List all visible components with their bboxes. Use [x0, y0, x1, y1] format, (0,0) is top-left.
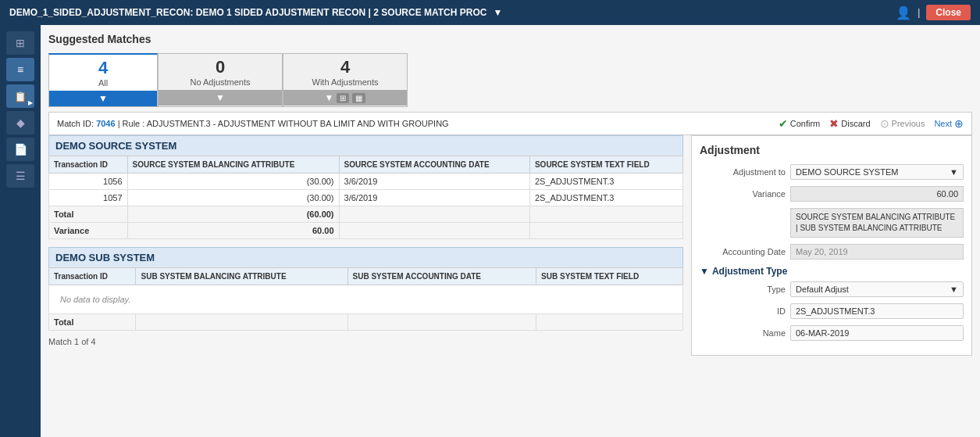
tab-no-adj-label: No Adjustments	[165, 77, 276, 87]
close-button[interactable]: Close	[926, 5, 971, 20]
source-total-row: Total (60.00)	[49, 206, 683, 223]
dropdown-arrow-icon[interactable]: ▼	[493, 7, 502, 18]
name-label: Name	[700, 328, 786, 338]
source-variance-row: Variance 60.00	[49, 223, 683, 239]
source-variance-value: 60.00	[127, 223, 339, 239]
variance-value: 60.00	[790, 186, 964, 202]
source-variance-empty1	[339, 223, 529, 239]
type-label: Type	[700, 285, 786, 294]
tab-with-adj[interactable]: 4 With Adjustments ▼ ⊞ ▦	[283, 53, 408, 107]
name-value: 06-MAR-2019	[790, 325, 964, 341]
sub-total-empty1	[136, 314, 347, 331]
match-id-label: Match ID:	[57, 119, 96, 128]
tab-all-arrow[interactable]: ▼	[49, 91, 157, 106]
discard-button[interactable]: ✖ Discard	[829, 117, 870, 130]
top-bar: DEMO_1_SIDED_ADJUSTMENT_RECON: DEMO 1 SI…	[0, 0, 980, 25]
prev-circle-icon: ⊙	[880, 117, 889, 130]
top-bar-title-area: DEMO_1_SIDED_ADJUSTMENT_RECON: DEMO 1 SI…	[9, 7, 502, 18]
source-row-2: 1057 (30.00) 3/6/2019 2S_ADJUSTMENT.3	[49, 190, 683, 206]
type-select[interactable]: Default Adjust ▼	[790, 281, 964, 297]
sidebar-icon-doc[interactable]: 📄	[6, 138, 34, 161]
discard-label: Discard	[841, 119, 870, 128]
tab-with-adj-count: 4	[290, 57, 401, 77]
divider: |	[918, 7, 920, 18]
source-r1-bal: (30.00)	[127, 174, 339, 190]
match-info-bar: Match ID: 7046 | Rule : ADJUSTMENT.3 - A…	[48, 112, 972, 135]
tab-no-adj-arrow[interactable]: ▼	[159, 90, 282, 106]
confirm-label: Confirm	[790, 119, 821, 128]
sidebar-icon-form[interactable]: 📋 ▶	[6, 84, 34, 108]
accounting-date-label: Accounting Date	[700, 247, 786, 256]
confirm-button[interactable]: ✔ Confirm	[779, 117, 821, 130]
tab-no-adj[interactable]: 0 No Adjustments ▼	[158, 53, 283, 107]
left-column: DEMO SOURCE SYSTEM Transaction ID SOURCE…	[48, 135, 683, 356]
variance-label: Variance	[700, 189, 786, 199]
match-status: Match 1 of 4	[48, 337, 96, 346]
sub-total-empty2	[347, 314, 536, 331]
previous-label: Previous	[892, 119, 925, 128]
sub-section-title: DEMO SUB SYSTEM	[48, 247, 683, 267]
sub-total-row: Total	[49, 314, 683, 331]
attr-row: SOURCE SYSTEM BALANCING ATTRIBUTE | SUB …	[700, 208, 964, 238]
source-col-balancing-attr: SOURCE SYSTEM BALANCING ATTRIBUTE	[127, 156, 339, 174]
source-r2-text: 2S_ADJUSTMENT.3	[529, 190, 682, 206]
next-label: Next	[934, 119, 952, 128]
source-col-text-field: SOURCE SYSTEM TEXT FIELD	[529, 156, 682, 174]
sub-no-data-row: No data to display.	[49, 285, 683, 314]
page-title: DEMO_1_SIDED_ADJUSTMENT_RECON: DEMO 1 SI…	[9, 7, 486, 18]
source-r1-text: 2S_ADJUSTMENT.3	[529, 174, 682, 190]
id-value: 2S_ADJUSTMENT.3	[790, 303, 964, 319]
adjustment-to-value: DEMO SOURCE SYSTEM	[796, 167, 898, 177]
adjustment-to-row: Adjustment to DEMO SOURCE SYSTEM ▼	[700, 164, 964, 180]
match-tabs: 4 All ▼ 0 No Adjustments ▼ 4 With Adjust…	[48, 53, 972, 107]
sub-total-empty3	[536, 314, 683, 331]
adjustment-panel: Adjustment Adjustment to DEMO SOURCE SYS…	[691, 135, 972, 356]
rule-value: ADJUSTMENT.3 - ADJUSTMENT WITHOUT BA LIM…	[147, 119, 449, 128]
next-button[interactable]: Next ⊕	[934, 117, 964, 130]
tab-all[interactable]: 4 All ▼	[48, 53, 158, 107]
source-r2-txid: 1057	[49, 190, 128, 206]
rule-label: | Rule :	[118, 119, 147, 128]
adj-type-header[interactable]: ▼ Adjustment Type	[700, 266, 964, 277]
sidebar-icon-list2[interactable]: ☰	[6, 164, 34, 188]
accounting-date-value: May 20, 2019	[790, 244, 964, 260]
source-total-value: (60.00)	[127, 206, 339, 223]
type-dropdown-icon: ▼	[950, 285, 958, 294]
content-area: Suggested Matches 4 All ▼ 0 No Adjustmen…	[41, 25, 980, 437]
source-section-title: DEMO SOURCE SYSTEM	[48, 135, 683, 156]
source-variance-label: Variance	[49, 223, 128, 239]
sidebar-icon-list[interactable]: ≡	[6, 58, 34, 81]
adj-type-section: ▼ Adjustment Type Type Default Adjust ▼ …	[700, 266, 964, 341]
sub-col-transaction-id: Transaction ID	[49, 268, 136, 285]
match-actions: ✔ Confirm ✖ Discard ⊙ Previous Next ⊕	[779, 117, 964, 130]
main-container: ⊞ ≡ 📋 ▶ ◆ 📄 ☰ Suggested Matches 4 All ▼	[0, 25, 980, 437]
source-total-empty1	[339, 206, 529, 223]
source-table: Transaction ID SOURCE SYSTEM BALANCING A…	[48, 156, 683, 239]
id-row: ID 2S_ADJUSTMENT.3	[700, 303, 964, 319]
confirm-icon: ✔	[779, 117, 788, 130]
top-bar-actions: 👤 | Close	[896, 5, 971, 20]
tab-no-adj-count: 0	[165, 57, 276, 77]
sidebar-icon-shapes[interactable]: ◆	[6, 111, 34, 134]
variance-row: Variance 60.00	[700, 186, 964, 202]
source-r2-date: 3/6/2019	[339, 190, 529, 206]
previous-button[interactable]: ⊙ Previous	[880, 117, 925, 130]
type-row: Type Default Adjust ▼	[700, 281, 964, 297]
sub-col-accounting-date: SUB SYSTEM ACCOUNTING DATE	[347, 268, 536, 285]
adjustment-to-select[interactable]: DEMO SOURCE SYSTEM ▼	[790, 164, 964, 180]
source-r1-txid: 1056	[49, 174, 128, 190]
source-row-1: 1056 (30.00) 3/6/2019 2S_ADJUSTMENT.3	[49, 174, 683, 190]
tab-all-label: All	[55, 78, 151, 88]
match-id-text: Match ID: 7046 | Rule : ADJUSTMENT.3 - A…	[57, 119, 449, 128]
adj-type-collapse-icon: ▼	[700, 266, 709, 277]
left-sidebar: ⊞ ≡ 📋 ▶ ◆ 📄 ☰	[0, 25, 41, 437]
user-icon[interactable]: 👤	[896, 5, 911, 20]
id-label: ID	[700, 306, 786, 316]
no-data-text: No data to display.	[54, 288, 678, 310]
sidebar-icon-grid[interactable]: ⊞	[6, 31, 34, 55]
sub-col-balancing-attr: SUB SYSTEM BALANCING ATTRIBUTE	[136, 268, 347, 285]
source-total-label: Total	[49, 206, 128, 223]
sub-total-label: Total	[49, 314, 136, 331]
source-r2-bal: (30.00)	[127, 190, 339, 206]
tab-with-adj-arrow[interactable]: ▼ ⊞ ▦	[283, 90, 407, 106]
